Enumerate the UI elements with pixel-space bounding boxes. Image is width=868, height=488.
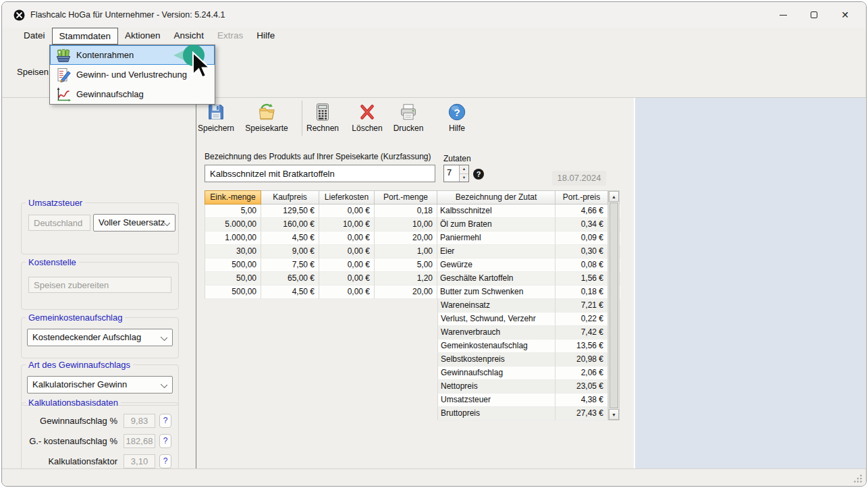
- menu-item-gewinnaufschlag[interactable]: Gewinnaufschlag: [50, 84, 215, 104]
- resize-grip[interactable]: [853, 474, 863, 483]
- table-cell[interactable]: 500,00: [205, 286, 261, 299]
- table-cell[interactable]: 20,00: [375, 232, 437, 245]
- help-button[interactable]: ?: [159, 414, 171, 428]
- column-header-lieferkosten[interactable]: Lieferkosten: [319, 190, 375, 205]
- column-header-portpreis[interactable]: Port.-preis: [555, 190, 608, 205]
- table-cell[interactable]: Paniermehl: [437, 232, 555, 245]
- table-cell[interactable]: Geschälte Kartoffeln: [437, 272, 555, 286]
- column-header-bezeichnung[interactable]: Bezeichnung der Zutat: [437, 190, 555, 205]
- table-cell[interactable]: Eier: [437, 245, 555, 259]
- group-title: Umsatzsteuer: [26, 198, 85, 208]
- table-cell[interactable]: 10,00 €: [319, 218, 375, 232]
- table-cell[interactable]: 9,00 €: [261, 245, 319, 259]
- table-cell[interactable]: 1.000,00: [205, 232, 261, 245]
- rechnen-button[interactable]: Rechnen: [304, 102, 342, 136]
- table-cell[interactable]: 0,00 €: [319, 205, 375, 218]
- summary-value: 7,21 €: [555, 299, 608, 313]
- table-cell[interactable]: 4,50 €: [261, 232, 319, 245]
- table-scrollbar[interactable]: ▲ ▼: [608, 190, 620, 421]
- column-header-portmenge[interactable]: Port.-menge: [375, 190, 437, 205]
- table-cell[interactable]: 0,34 €: [555, 218, 608, 232]
- minimize-button[interactable]: [767, 2, 798, 28]
- table-cell[interactable]: 5,00: [205, 205, 261, 218]
- product-name-input[interactable]: [205, 165, 435, 182]
- summary-spacer: [205, 394, 437, 407]
- basis-value: 3,10: [124, 454, 155, 468]
- table-cell[interactable]: 4,50 €: [261, 286, 319, 299]
- tax-rate-select[interactable]: Voller Steuersatz: [93, 214, 175, 232]
- table-cell[interactable]: 500,00: [205, 259, 261, 272]
- maximize-button[interactable]: [798, 2, 830, 28]
- zutaten-help-icon[interactable]: ?: [473, 169, 484, 180]
- table-cell[interactable]: 0,00 €: [319, 286, 375, 299]
- table-cell[interactable]: 0,08 €: [555, 259, 608, 272]
- table-cell[interactable]: 5.000,00: [205, 218, 261, 232]
- print-button[interactable]: Drucken: [389, 102, 428, 136]
- table-cell[interactable]: 129,50 €: [261, 205, 319, 218]
- table-cell[interactable]: 20,00: [375, 286, 437, 299]
- table-row[interactable]: 1.000,004,50 €0,00 €20,00Paniermehl0,09 …: [205, 232, 620, 245]
- menu-datei[interactable]: Datei: [17, 28, 52, 45]
- help-button[interactable]: ?: [159, 454, 171, 468]
- column-header-einkmenge[interactable]: Eink.-menge: [205, 190, 261, 205]
- scroll-down-icon[interactable]: ▼: [609, 409, 619, 420]
- column-header-kaufpreis[interactable]: Kaufpreis: [261, 190, 319, 205]
- scrollbar-thumb[interactable]: [609, 202, 618, 408]
- table-row[interactable]: 50,0065,00 €0,00 €1,20Geschälte Kartoffe…: [205, 272, 620, 286]
- gemeinkosten-select[interactable]: Kostendeckender Aufschlag: [27, 329, 173, 346]
- table-row[interactable]: 5.000,00160,00 €10,00 €10,00Öl zum Brate…: [205, 218, 620, 232]
- menu-hilfe[interactable]: Hilfe: [250, 28, 281, 45]
- summary-label: Nettopreis: [437, 380, 555, 394]
- table-cell[interactable]: 0,00 €: [319, 245, 375, 259]
- table-cell[interactable]: 0,00 €: [319, 259, 375, 272]
- table-cell[interactable]: 0,00 €: [319, 232, 375, 245]
- spin-up-icon[interactable]: ▲: [460, 165, 468, 174]
- table-cell[interactable]: 1,00: [375, 245, 437, 259]
- table-row[interactable]: 500,007,50 €0,00 €5,00Gewürze0,08 €: [205, 259, 620, 272]
- table-cell[interactable]: 0,18 €: [555, 286, 608, 299]
- table-cell[interactable]: 7,50 €: [261, 259, 319, 272]
- table-cell[interactable]: 10,00: [375, 218, 437, 232]
- table-row[interactable]: 5,00129,50 €0,00 €0,18Kalbsschnitzel4,66…: [205, 205, 620, 218]
- close-button[interactable]: ✕: [830, 2, 861, 28]
- summary-spacer: [205, 367, 437, 380]
- table-row[interactable]: 30,009,00 €0,00 €1,00Eier0,30 €: [205, 245, 620, 259]
- table-cell[interactable]: 50,00: [205, 272, 261, 286]
- table-cell[interactable]: 0,18: [375, 205, 437, 218]
- table-cell[interactable]: 160,00 €: [261, 218, 319, 232]
- table-cell[interactable]: 0,00 €: [319, 272, 375, 286]
- table-cell[interactable]: 30,00: [205, 245, 261, 259]
- summary-spacer: [205, 326, 437, 340]
- table-cell[interactable]: 1,56 €: [555, 272, 608, 286]
- scroll-up-icon[interactable]: ▲: [609, 191, 619, 202]
- table-cell[interactable]: Gewürze: [437, 259, 555, 272]
- gewinnart-select[interactable]: Kalkulatorischer Gewinn: [27, 376, 173, 394]
- summary-label: Umsatzsteuer: [437, 394, 555, 407]
- table-cell[interactable]: Kalbsschnitzel: [437, 205, 555, 218]
- table-cell[interactable]: Butter zum Schwenken: [437, 286, 555, 299]
- group-title: Art des Gewinnaufschlags: [26, 360, 133, 370]
- table-cell[interactable]: 0,30 €: [555, 245, 608, 259]
- table-cell[interactable]: 65,00 €: [261, 272, 319, 286]
- close-icon: ✕: [841, 9, 849, 20]
- save-button[interactable]: Speichern: [196, 102, 236, 136]
- speisekarte-button[interactable]: Speisekarte: [245, 102, 288, 136]
- help-button[interactable]: ?: [159, 434, 171, 448]
- summary-spacer: [205, 380, 437, 394]
- hilfe-button[interactable]: ? Hilfe: [437, 102, 477, 136]
- summary-value: 23,05 €: [555, 380, 608, 394]
- tab-speisen[interactable]: Speisen: [17, 67, 49, 77]
- right-panel: [634, 98, 865, 468]
- table-row[interactable]: 500,004,50 €0,00 €20,00Butter zum Schwen…: [205, 286, 620, 299]
- zutaten-stepper[interactable]: 7 ▲ ▼: [443, 165, 469, 182]
- table-cell[interactable]: 0,09 €: [555, 232, 608, 245]
- table-cell[interactable]: 4,66 €: [555, 205, 608, 218]
- table-cell[interactable]: 5,00: [375, 259, 437, 272]
- delete-button[interactable]: Löschen: [348, 102, 387, 136]
- stepper-buttons[interactable]: ▲ ▼: [459, 165, 468, 182]
- table-cell[interactable]: Öl zum Braten: [437, 218, 555, 232]
- menu-aktionen[interactable]: Aktionen: [118, 28, 167, 45]
- menu-stammdaten[interactable]: Stammdaten: [52, 28, 119, 45]
- table-cell[interactable]: 1,20: [375, 272, 437, 286]
- spin-down-icon[interactable]: ▼: [460, 174, 468, 182]
